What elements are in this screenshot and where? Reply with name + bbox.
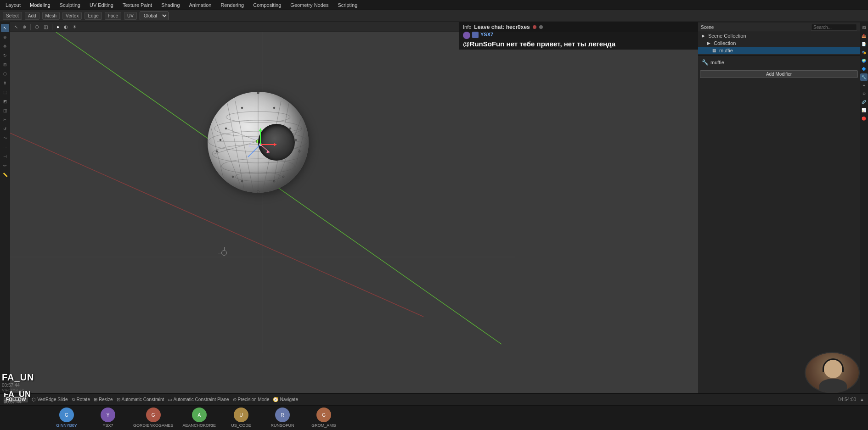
viewport-header-xray[interactable]: ◫ <box>42 24 49 30</box>
tool-rip[interactable]: ⋯ <box>1 143 9 151</box>
menu-item-sculpting[interactable]: Sculpting <box>58 1 82 9</box>
menu-item-shading[interactable]: Shading <box>159 1 181 9</box>
auto-constraint-plane-item[interactable]: ▭ Automatic Constraint Plane <box>168 397 229 402</box>
menu-item-layout[interactable]: Layout <box>4 1 23 9</box>
tool-select[interactable]: ↖ <box>1 24 9 32</box>
chat-avatar-ysx7 <box>463 32 470 39</box>
tool-annotate[interactable]: ✏ <box>1 162 9 170</box>
precision-mode-item[interactable]: ⊙ Precision Mode <box>233 397 270 402</box>
user-avatar-grom[interactable]: G <box>316 408 331 422</box>
viewport-header-cursor[interactable]: ⊕ <box>21 24 28 30</box>
user-avatar-us-code[interactable]: U <box>234 408 248 422</box>
prop-icon-data[interactable]: 📊 <box>860 106 868 114</box>
resize-item[interactable]: ⊞ Resize <box>94 397 113 402</box>
prop-icon-constraints[interactable]: 🔗 <box>860 98 868 106</box>
collection-icon: ▶ <box>705 40 712 46</box>
prop-icon-object[interactable]: 🔷 <box>860 65 868 73</box>
user-avatar-gordienko[interactable]: G <box>146 408 161 422</box>
toolbar-select[interactable]: Select <box>3 12 22 20</box>
resize-icon: ⊞ <box>94 397 97 402</box>
outliner-panel: Scene ▶ Scene Collection ▶ Collection ▦ … <box>698 22 860 56</box>
svg-point-30 <box>216 151 218 152</box>
user-name-gordienko: GORDIENKOGAMES <box>133 423 174 428</box>
tool-transform[interactable]: ⬡ <box>1 70 9 78</box>
auto-constraint-text: Automatic Constraint <box>122 397 164 402</box>
menu-item-compositing[interactable]: Compositing <box>251 1 283 9</box>
prop-icon-material[interactable]: 🔴 <box>860 115 868 122</box>
user-avatar-runsofun[interactable]: R <box>275 408 290 422</box>
prop-icon-scene[interactable]: 🎭 <box>860 49 868 56</box>
user-avatar-ysx7[interactable]: Y <box>101 408 115 422</box>
fa-un-overlay: FA_UN 00:57:44 VIFERSLAY <box>2 372 34 392</box>
viewport[interactable] <box>10 32 698 393</box>
menu-item-modeling[interactable]: Modeling <box>28 1 52 9</box>
add-modifier-button[interactable]: Add Modifier <box>700 70 858 78</box>
tree-item-muffie[interactable]: ▦ muffie <box>698 47 860 54</box>
auto-constraint-item[interactable]: ⊡ Automatic Constraint <box>117 397 164 402</box>
tool-move[interactable]: ✥ <box>1 42 9 50</box>
prop-icon-output[interactable]: 📤 <box>860 32 868 39</box>
menu-item-uv-editing[interactable]: UV Editing <box>88 1 115 9</box>
scene-label: Scene <box>701 25 714 30</box>
person-body <box>819 379 847 392</box>
transform-orientation-dropdown[interactable]: Global Local Normal <box>140 11 169 20</box>
toolbar-add[interactable]: Add <box>25 12 39 20</box>
fa-un-timer: 00:57:44 <box>2 383 34 388</box>
user-name-grom: GROM_AMG <box>311 423 336 428</box>
status-dot-gray <box>539 25 543 29</box>
prop-icon-view-layer[interactable]: 📑 <box>860 40 868 48</box>
tree-item-scene-collection[interactable]: ▶ Scene Collection <box>698 32 860 39</box>
user-avatar-aeanchokorie[interactable]: A <box>192 408 207 422</box>
toolbar-vertex[interactable]: Vertex <box>62 12 82 20</box>
svg-point-34 <box>241 107 243 109</box>
tool-bevel[interactable]: ◩ <box>1 97 9 106</box>
tool-measure[interactable]: 📏 <box>1 171 9 179</box>
viewport-header-solid[interactable]: ● <box>55 24 61 30</box>
toolbar-mesh[interactable]: Mesh <box>42 12 60 20</box>
toolbar-uv[interactable]: UV <box>124 12 137 20</box>
tool-spin[interactable]: ↺ <box>1 125 9 133</box>
expand-button[interactable]: ▲ <box>860 397 864 402</box>
menu-item-texture-paint[interactable]: Texture Paint <box>121 1 154 9</box>
prop-icon-world[interactable]: 🌍 <box>860 57 868 64</box>
vert-edge-slide-item[interactable]: ⬡ VertEdge Slide <box>32 397 68 402</box>
menu-item-rendering[interactable]: Rendering <box>219 1 246 9</box>
user-avatar-ginnyb0y[interactable]: G <box>59 408 74 422</box>
viewport-svg <box>10 32 698 393</box>
status-dot-red <box>533 25 536 29</box>
muffie-icon: ▦ <box>711 47 717 54</box>
toolbar-face[interactable]: Face <box>105 12 121 20</box>
tool-cursor[interactable]: ⊕ <box>1 33 9 41</box>
tool-bisect[interactable]: ⊣ <box>1 152 9 161</box>
toolbar-edge[interactable]: Edge <box>85 12 101 20</box>
modifier-panel: 🔧 muffie Add Modifier <box>698 56 860 80</box>
viewport-header-select[interactable]: ↖ <box>13 24 19 30</box>
prop-icon-particles[interactable]: ✦ <box>860 82 868 89</box>
tool-smooth[interactable]: 〜 <box>1 134 9 142</box>
tool-inset[interactable]: ⬚ <box>1 88 9 96</box>
navigate-item[interactable]: 🧭 Navigate <box>273 397 298 402</box>
tree-item-collection[interactable]: ▶ Collection <box>698 39 860 47</box>
outliner-search[interactable] <box>811 24 857 31</box>
user-card-ginnyb0y: G GINNYB0Y <box>51 408 83 428</box>
main-toolbar: Select Add Mesh Vertex Edge Face UV Glob… <box>0 10 868 22</box>
tool-loop-cut[interactable]: ◫ <box>1 106 9 115</box>
viewport-header-rendered[interactable]: ☀ <box>71 24 78 30</box>
auto-constraint-plane-icon: ▭ <box>168 397 172 402</box>
menu-item-scripting[interactable]: Scripting <box>336 1 359 9</box>
tool-extrude[interactable]: ⬆ <box>1 79 9 87</box>
viewport-header-material[interactable]: ◐ <box>62 24 69 30</box>
tool-rotate[interactable]: ↻ <box>1 51 9 60</box>
tool-scale[interactable]: ⊞ <box>1 61 9 69</box>
viewport-header-overlay[interactable]: ⬡ <box>34 24 40 30</box>
prop-icon-physics[interactable]: ⚙ <box>860 90 868 97</box>
svg-point-31 <box>299 151 300 152</box>
prop-icon-render[interactable]: 🖼 <box>860 24 868 31</box>
svg-point-35 <box>273 107 275 109</box>
tool-knife[interactable]: ✂ <box>1 116 9 124</box>
rotate-item[interactable]: ↻ Rotate <box>72 397 90 402</box>
menu-item-geometry-nodes[interactable]: Geometry Nodes <box>288 1 330 9</box>
menu-item-animation[interactable]: Animation <box>187 1 214 9</box>
sphere-object[interactable] <box>208 92 322 207</box>
prop-icon-modifier[interactable]: 🔧 <box>860 73 868 81</box>
